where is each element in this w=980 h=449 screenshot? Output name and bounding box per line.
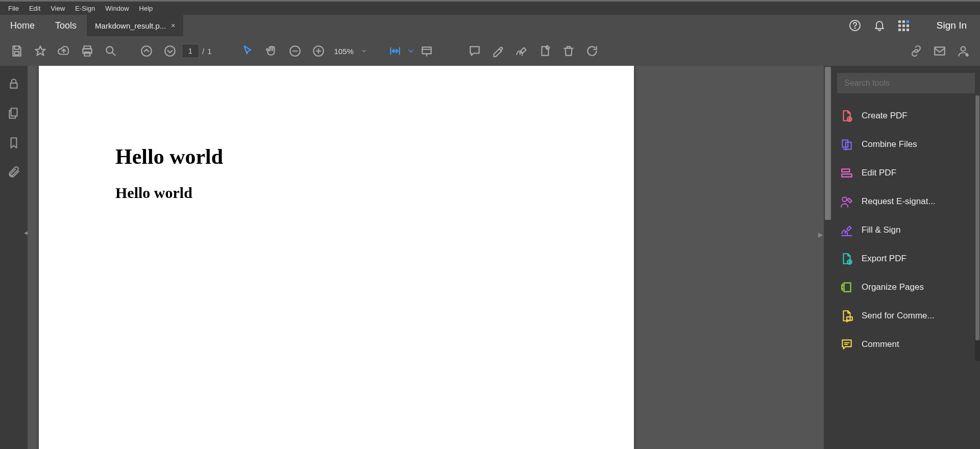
export-pdf-icon	[840, 252, 853, 265]
esign-icon	[840, 195, 853, 208]
nav-tools[interactable]: Tools	[45, 15, 87, 36]
collapse-right-icon[interactable]: ▶	[818, 231, 823, 238]
menu-esign[interactable]: E-Sign	[70, 3, 100, 14]
cloud-icon[interactable]	[52, 39, 76, 63]
document-area: Hello world Hello world ▶	[28, 66, 832, 449]
bookmark-icon[interactable]	[7, 136, 20, 149]
delete-icon[interactable]	[557, 39, 580, 63]
svg-rect-12	[935, 47, 945, 55]
bell-icon[interactable]	[873, 19, 886, 32]
sign-in-button[interactable]: Sign In	[923, 15, 980, 36]
menu-window[interactable]: Window	[100, 3, 134, 14]
find-icon[interactable]	[99, 39, 122, 63]
edit-pdf-icon	[840, 166, 853, 180]
tool-label: Combine Files	[862, 139, 917, 149]
stamp-icon[interactable]	[533, 39, 557, 63]
zoom-in-icon[interactable]	[307, 39, 330, 63]
send-comments-icon	[840, 309, 853, 322]
pdf-page: Hello world Hello world	[39, 66, 634, 449]
tool-send-comments[interactable]: Send for Comme...	[837, 302, 975, 330]
fill-sign-icon	[840, 223, 853, 237]
hand-tool-icon[interactable]	[260, 39, 283, 63]
nav-home[interactable]: Home	[0, 15, 45, 36]
zoom-value: 105%	[334, 47, 354, 56]
page-indicator: / 1	[182, 44, 212, 58]
sign-icon[interactable]	[510, 39, 533, 63]
menubar: File Edit View E-Sign Window Help	[0, 2, 980, 15]
close-tab-icon[interactable]: ×	[171, 21, 175, 30]
svg-point-1	[854, 28, 855, 28]
svg-point-6	[106, 46, 113, 53]
svg-point-21	[842, 197, 847, 202]
lock-icon[interactable]	[7, 77, 20, 90]
left-rail: ◀	[0, 66, 28, 449]
tool-organize-pages[interactable]: Organize Pages	[837, 273, 975, 302]
comment-tool-icon	[840, 338, 853, 351]
menu-help[interactable]: Help	[134, 3, 158, 14]
create-pdf-icon	[840, 109, 853, 122]
page-up-icon[interactable]	[135, 39, 158, 63]
file-tab[interactable]: Markdown_result.p... ×	[87, 15, 183, 36]
read-mode-icon[interactable]	[415, 39, 438, 63]
fit-width-icon[interactable]	[383, 39, 407, 63]
doc-heading-2: Hello world	[115, 184, 192, 202]
tool-label: Request E-signat...	[862, 196, 936, 207]
svg-rect-2	[15, 52, 19, 55]
menu-edit[interactable]: Edit	[24, 3, 45, 14]
toolbar: / 1 105%	[0, 36, 980, 66]
svg-rect-23	[844, 283, 851, 291]
menu-view[interactable]: View	[45, 3, 70, 14]
page-current-input[interactable]	[182, 44, 199, 58]
tool-request-esign[interactable]: Request E-signat...	[837, 187, 975, 216]
combine-files-icon	[840, 138, 853, 151]
mail-icon[interactable]	[928, 39, 951, 63]
svg-rect-20	[842, 174, 852, 177]
right-panel-scrollbar[interactable]	[975, 95, 980, 361]
tool-combine-files[interactable]: Combine Files	[837, 130, 975, 159]
doc-scrollbar[interactable]	[824, 66, 832, 449]
comment-icon[interactable]	[463, 39, 486, 63]
chevron-down-icon	[361, 48, 367, 54]
svg-rect-15	[11, 108, 17, 116]
apps-waffle-icon[interactable]	[898, 19, 910, 32]
page-sep: /	[202, 47, 204, 56]
right-panel-scrollbar-thumb[interactable]	[975, 95, 979, 340]
help-icon[interactable]	[849, 19, 861, 32]
account-icon[interactable]	[951, 39, 975, 63]
svg-rect-11	[422, 47, 431, 54]
page-down-icon[interactable]	[158, 39, 182, 63]
header-icons	[836, 15, 923, 36]
save-icon[interactable]	[5, 39, 29, 63]
print-icon[interactable]	[76, 39, 99, 63]
tool-fill-sign[interactable]: Fill & Sign	[837, 216, 975, 244]
tool-edit-pdf[interactable]: Edit PDF	[837, 159, 975, 187]
tool-label: Comment	[862, 339, 899, 350]
tool-export-pdf[interactable]: Export PDF	[837, 244, 975, 273]
rotate-icon[interactable]	[580, 39, 604, 63]
organize-pages-icon	[840, 281, 853, 294]
svg-rect-19	[842, 169, 849, 171]
tool-create-pdf[interactable]: Create PDF	[837, 102, 975, 130]
tool-label: Organize Pages	[862, 282, 924, 292]
zoom-dropdown[interactable]: 105%	[330, 47, 371, 56]
attachment-icon[interactable]	[7, 166, 20, 179]
doc-scrollbar-thumb[interactable]	[825, 67, 831, 220]
tool-comment[interactable]: Comment	[837, 330, 975, 359]
select-tool-icon[interactable]	[236, 39, 260, 63]
file-tab-label: Markdown_result.p...	[95, 21, 166, 30]
fit-width-chevron-icon[interactable]	[407, 39, 415, 63]
search-tools-input[interactable]	[837, 73, 975, 93]
body: ◀ Hello world Hello world ▶ Create PDF C…	[0, 66, 980, 449]
menu-file[interactable]: File	[3, 3, 24, 14]
tool-label: Create PDF	[862, 111, 908, 121]
right-panel: Create PDF Combine Files Edit PDF Reques…	[832, 66, 980, 449]
thumbnails-icon[interactable]	[7, 107, 20, 120]
star-icon[interactable]	[29, 39, 52, 63]
page-total: 1	[207, 47, 211, 56]
svg-point-8	[165, 46, 175, 56]
highlight-icon[interactable]	[486, 39, 510, 63]
link-icon[interactable]	[904, 39, 928, 63]
tool-list: Create PDF Combine Files Edit PDF Reques…	[837, 102, 975, 359]
zoom-out-icon[interactable]	[283, 39, 307, 63]
doc-heading-1: Hello world	[115, 144, 223, 169]
